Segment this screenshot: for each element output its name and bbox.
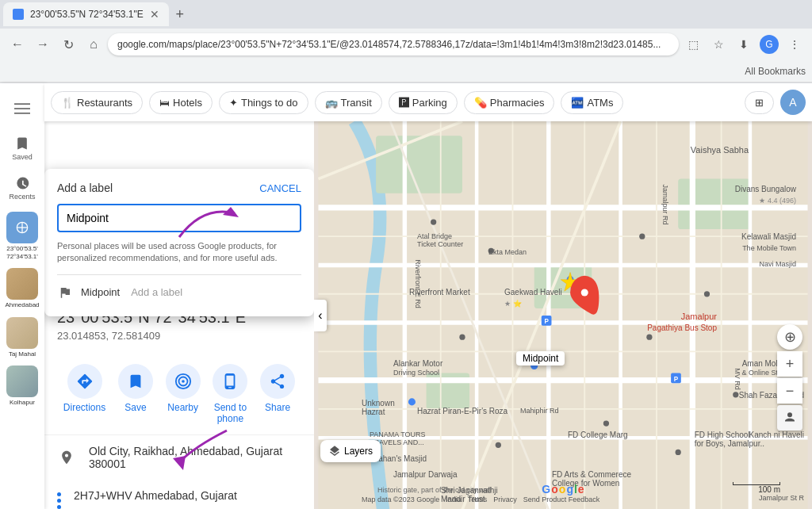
place-coords-label: 23°00'53.5'72°34'53.1'	[6, 245, 38, 260]
info-row-address[interactable]: Old City, Raikhad, Ahmedabad, Gujarat 38…	[44, 434, 314, 480]
popup-cancel-button[interactable]: CANCEL	[259, 182, 301, 194]
svg-text:P: P	[674, 376, 679, 383]
map-label-kelawali: Kelawali Masjid	[741, 232, 796, 241]
sidebar-place-ahmedabad[interactable]: Ahmedabad	[3, 265, 41, 312]
map-zoom-in-button[interactable]: +	[777, 351, 802, 377]
svg-point-60	[787, 412, 792, 417]
sidebar-menu-button[interactable]	[3, 90, 41, 128]
restaurants-icon: 🍴	[61, 97, 74, 109]
tab-bar: 23°00'53.5"N 72°34'53.1"E ✕ +	[0, 0, 812, 29]
sidebar: Saved Recents 23°00'53.5'72°34'53.1' Ahm…	[0, 83, 44, 509]
atms-label: ATMs	[587, 97, 613, 109]
filter-bar: 🍴 Restaurants 🛏 Hotels ✦ Things to do 🚌 …	[44, 83, 812, 121]
address-bar[interactable]	[108, 33, 679, 55]
map-zoom-out-button[interactable]: −	[777, 378, 802, 404]
filter-things-to-do[interactable]: ✦ Things to do	[219, 91, 308, 114]
coords-panel: 23°00'53.5"N 72°34'53.1"E 23.014853, 72.…	[44, 296, 314, 509]
map-attribution: Map data ©2023 Google India Terms Privac…	[362, 496, 599, 503]
refresh-button[interactable]: ↻	[57, 33, 79, 55]
parking-icon: 🅿	[399, 97, 409, 109]
coords-sub: 23.014853, 72.581409	[57, 330, 301, 342]
download-button[interactable]: ⬇	[733, 33, 755, 55]
info-row-plus-code[interactable]: 2H7J+WHV Ahmedabad, Gujarat	[44, 480, 314, 509]
layers-button[interactable]: Layers	[320, 440, 381, 462]
share-icon-circle	[260, 364, 295, 399]
filter-restaurants[interactable]: 🍴 Restaurants	[51, 91, 143, 114]
share-button[interactable]: Share	[260, 364, 295, 425]
grid-view-button[interactable]: ⊞	[745, 91, 774, 114]
atms-icon: 🏧	[571, 97, 584, 109]
svg-rect-14	[376, 136, 462, 193]
tab-close-button[interactable]: ✕	[150, 8, 159, 21]
attribution-privacy[interactable]: Privacy	[493, 496, 517, 503]
add-label-popup: Add a label CANCEL Personal places will …	[44, 169, 314, 316]
nav-icons: ⬚ ☆ ⬇ G ⋮	[682, 33, 806, 55]
svg-point-55	[408, 398, 416, 405]
save-label: Save	[124, 402, 146, 413]
extensions-button[interactable]: ⬚	[682, 33, 704, 55]
svg-point-59	[581, 289, 588, 296]
sidebar-item-recents[interactable]: Recents	[3, 169, 41, 207]
label-input[interactable]	[57, 204, 301, 232]
bookmark-star-button[interactable]: ☆	[707, 33, 730, 55]
send-to-phone-button[interactable]: Send tophone	[213, 364, 247, 425]
menu-button[interactable]: ⋮	[783, 33, 806, 55]
back-button[interactable]: ←	[6, 33, 29, 55]
nearby-icon-circle	[166, 364, 201, 399]
map-label-divans-rating: ★ 4.4 (496)	[759, 197, 796, 205]
navigation-bar: ← → ↻ ⌂ ⬚ ☆ ⬇ G ⋮	[0, 29, 812, 60]
popup-place-row: Midpoint Add a label	[57, 281, 301, 304]
popup-place-action[interactable]: Add a label	[131, 286, 182, 298]
attribution-feedback[interactable]: Send Product Feedback	[523, 496, 600, 503]
map-label-mobile-town: The Mobile Town	[742, 244, 796, 252]
map-controls: ⊕ + −	[777, 324, 802, 431]
place-ahmedabad-label: Ahmedabad	[5, 301, 39, 309]
info-panel: Add a label CANCEL Personal places will …	[44, 121, 314, 509]
filter-parking[interactable]: 🅿 Parking	[389, 91, 458, 114]
map-streetview-button[interactable]	[777, 405, 802, 431]
save-button[interactable]: Save	[118, 364, 153, 425]
map-label-jamalpur-darwaja: Jamalpur Darwaja	[393, 470, 458, 479]
filter-hotels[interactable]: 🛏 Hotels	[149, 91, 213, 114]
map-label-fd-high: FD High Schoolfor Boys, Jamalpur..	[695, 431, 764, 448]
map-label-pagathiya: Pagathiya Bus Stop	[647, 323, 717, 332]
attribution-india[interactable]: India	[446, 496, 462, 503]
tab-title: 23°00'53.5"N 72°34'53.1"E	[30, 9, 144, 20]
directions-button[interactable]: Directions	[63, 364, 105, 425]
popup-title: Add a label	[57, 182, 113, 194]
sidebar-place-kolhapur[interactable]: Kolhapur	[3, 362, 41, 410]
filter-atms[interactable]: 🏧 ATMs	[561, 91, 623, 114]
location-pin-icon	[57, 448, 76, 467]
active-tab[interactable]: 23°00'53.5"N 72°34'53.1"E ✕	[3, 2, 169, 26]
profile-button[interactable]: G	[758, 33, 780, 55]
map-label-mv-rd: MV Rd	[733, 368, 741, 390]
midpoint-label: Midpoint	[516, 351, 565, 365]
sidebar-place-taj-mahal[interactable]: Taj Mahal	[3, 314, 41, 362]
map-compass-button[interactable]: ⊕	[777, 324, 802, 350]
new-tab-button[interactable]: +	[169, 3, 191, 25]
directions-label: Directions	[63, 402, 105, 413]
address-text: Old City, Raikhad, Ahmedabad, Gujarat 38…	[89, 445, 301, 470]
map-area[interactable]: P P	[314, 121, 812, 509]
svg-rect-1	[14, 108, 30, 109]
map-label-mahiphir: Mahiphir Rd	[520, 407, 559, 415]
hotels-icon: 🛏	[159, 97, 170, 109]
send-phone-icon-circle	[213, 364, 247, 399]
filter-pharmacies[interactable]: 💊 Pharmacies	[464, 91, 555, 114]
map-label-piran: Hazrat Piran-E-Pir's Roza	[417, 407, 508, 415]
nearby-button[interactable]: Nearby	[166, 364, 201, 425]
sidebar-item-saved[interactable]: Saved	[3, 129, 41, 167]
forward-button[interactable]: →	[32, 33, 54, 55]
collapse-panel-button[interactable]: ‹	[314, 300, 327, 331]
save-icon-circle	[118, 364, 153, 399]
user-avatar[interactable]: A	[780, 90, 806, 115]
filter-transit[interactable]: 🚌 Transit	[315, 91, 382, 114]
svg-text:P: P	[544, 318, 549, 325]
map-svg: P P	[314, 121, 812, 509]
parking-label: Parking	[412, 97, 447, 109]
svg-point-49	[704, 291, 710, 297]
all-bookmarks-label[interactable]: All Bookmarks	[745, 66, 806, 77]
home-button[interactable]: ⌂	[82, 33, 105, 55]
attribution-terms[interactable]: Terms	[468, 496, 488, 503]
sidebar-place-coords[interactable]: 23°00'53.5'72°34'53.1'	[3, 209, 41, 263]
